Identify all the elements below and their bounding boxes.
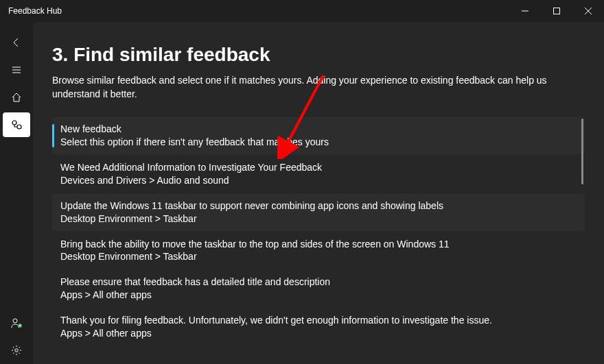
home-nav[interactable] [3,85,30,110]
feedback-item-new[interactable]: New feedback Select this option if there… [52,117,585,154]
close-button[interactable] [572,0,604,22]
svg-point-3 [13,319,17,323]
feedback-item-sub: Desktop Environment > Taskbar [60,250,577,263]
svg-rect-0 [554,8,560,14]
feedback-item-sub: Desktop Environment > Taskbar [60,213,577,226]
back-button[interactable] [3,30,30,55]
feedback-item-sub: Select this option if there isn't any fe… [60,136,577,149]
scrollbar[interactable] [581,119,583,184]
svg-point-1 [12,121,16,125]
feedback-item-sub: Apps > All other apps [60,289,577,302]
feedback-item-title: Please ensure that feedback has a detail… [60,276,577,289]
feedback-nav[interactable] [3,112,30,137]
page-intro: Browse similar feedback and select one i… [52,74,585,101]
main-content: 3. Find similar feedback Browse similar … [33,22,604,364]
menu-button[interactable] [3,58,30,82]
feedback-item-title: New feedback [60,123,577,136]
add-user-nav[interactable] [3,311,30,335]
feedback-item[interactable]: Bring back the ability to move the taskb… [52,232,585,269]
feedback-item-title: Bring back the ability to move the taskb… [60,238,577,251]
feedback-item[interactable]: Please ensure that feedback has a detail… [52,270,585,307]
minimize-button[interactable] [509,0,541,22]
sidebar [0,22,33,364]
svg-point-2 [17,125,21,129]
settings-nav[interactable] [3,338,30,363]
titlebar: Feedback Hub [0,0,604,22]
feedback-item[interactable]: We Need Additional Information to Invest… [52,156,585,193]
feedback-item-title: Thank you for filing feedback. Unfortuna… [60,314,577,327]
feedback-item[interactable]: Update the Windows 11 taskbar to support… [52,194,585,231]
feedback-item[interactable]: Thank you for filing feedback. Unfortuna… [52,308,585,345]
feedback-item-title: Update the Windows 11 taskbar to support… [60,199,577,213]
page-title: 3. Find similar feedback [52,44,585,66]
feedback-item-title: We Need Additional Information to Invest… [60,161,577,174]
feedback-item-sub: Devices and Drivers > Audio and sound [60,174,577,187]
window-title: Feedback Hub [0,6,509,16]
svg-point-5 [15,349,18,352]
feedback-list: New feedback Select this option if there… [52,117,585,345]
feedback-item-sub: Apps > All other apps [60,327,577,340]
maximize-button[interactable] [541,0,572,22]
